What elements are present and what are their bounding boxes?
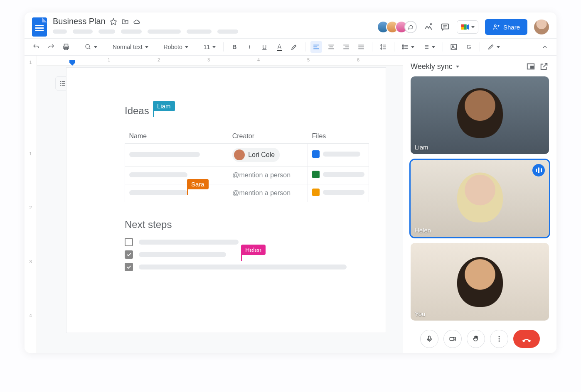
align-center-button[interactable] (325, 41, 337, 53)
table-row[interactable]: @mention a person (125, 167, 369, 184)
tile-name: Helen (415, 227, 431, 234)
col-creator: Creator (228, 129, 308, 144)
doc-title[interactable]: Business Plan (53, 17, 106, 26)
zoom-select[interactable] (82, 41, 100, 53)
svg-point-19 (498, 336, 500, 337)
checkbox-unchecked[interactable] (125, 238, 133, 246)
redo-button[interactable] (45, 41, 57, 53)
font-select[interactable]: Roboto (161, 41, 191, 53)
chat-avatar-icon[interactable] (404, 21, 417, 33)
star-icon[interactable] (110, 18, 117, 25)
video-tile[interactable]: You (411, 243, 549, 321)
svg-rect-18 (450, 337, 454, 341)
svg-rect-1 (461, 24, 464, 27)
print-button[interactable] (60, 41, 72, 53)
line-spacing-button[interactable] (377, 41, 389, 53)
file-chip-slide[interactable] (312, 189, 364, 196)
meet-header: Weekly sync (411, 61, 549, 71)
align-justify-button[interactable] (355, 41, 367, 53)
move-folder-icon[interactable] (121, 18, 129, 25)
menu-item[interactable] (187, 29, 212, 34)
ideas-table[interactable]: Name Creator Files Lori Cole @mention a … (125, 129, 369, 202)
account-avatar[interactable] (534, 20, 549, 34)
menu-item[interactable] (53, 29, 67, 34)
document-area: 1 2 3 4 5 6 Liam Sara Helen Ideas Name C… (37, 56, 403, 353)
menu-item[interactable] (217, 29, 238, 34)
person-chip[interactable]: Lori Cole (232, 148, 280, 162)
svg-marker-4 (467, 24, 469, 30)
speaking-indicator-icon (532, 164, 545, 176)
menu-item[interactable] (148, 29, 181, 34)
collaborator-cursor-helen: Helen (241, 245, 266, 255)
align-right-button[interactable] (340, 41, 352, 53)
file-chip-sheet[interactable] (312, 171, 364, 178)
highlight-button[interactable] (288, 41, 300, 53)
video-tile[interactable]: Liam (411, 76, 549, 154)
picture-in-picture-icon[interactable] (526, 61, 536, 71)
editing-mode-button[interactable] (485, 41, 502, 53)
docs-app-icon[interactable] (32, 17, 47, 37)
menu-item[interactable] (73, 29, 93, 34)
raise-hand-button[interactable] (467, 330, 485, 348)
collaborator-avatars[interactable] (377, 21, 417, 33)
bold-button[interactable]: B (229, 41, 240, 53)
menu-item[interactable] (98, 29, 115, 34)
title-area: Business Plan (53, 17, 238, 34)
insert-link-button[interactable]: G (463, 41, 475, 53)
collaborator-cursor-liam: Liam (153, 101, 175, 111)
meet-controls (411, 326, 549, 348)
style-select[interactable]: Normal text (110, 41, 151, 53)
mention-placeholder[interactable]: @mention a person (232, 189, 290, 196)
menu-item[interactable] (121, 29, 142, 34)
italic-button[interactable]: I (244, 41, 255, 53)
svg-rect-16 (531, 66, 533, 69)
comments-icon[interactable] (440, 22, 450, 32)
horizontal-ruler: 1 2 3 4 5 6 (37, 56, 403, 66)
menu-bar[interactable] (53, 29, 238, 34)
person-illustration (457, 257, 503, 307)
table-row[interactable]: @mention a person (125, 184, 369, 202)
mic-button[interactable] (420, 330, 438, 348)
checkbox-checked[interactable] (125, 263, 133, 271)
bulleted-list-button[interactable] (399, 41, 417, 53)
numbered-list-button[interactable] (420, 41, 438, 53)
text-color-button[interactable]: A (273, 41, 285, 53)
mention-placeholder[interactable]: @mention a person (232, 172, 290, 179)
svg-rect-2 (461, 27, 464, 29)
meet-icon (460, 22, 470, 32)
share-button[interactable]: Share (485, 19, 527, 35)
body: 1 1 2 3 4 1 2 3 4 5 6 Liam Sara Helen (25, 56, 556, 353)
undo-button[interactable] (30, 41, 42, 53)
heading-next-steps[interactable]: Next steps (125, 219, 369, 230)
meet-button[interactable] (457, 20, 478, 34)
checkbox-checked[interactable] (125, 250, 133, 259)
svg-point-21 (498, 341, 500, 342)
cloud-status-icon[interactable] (133, 18, 140, 25)
end-call-button[interactable] (513, 330, 540, 348)
open-external-icon[interactable] (539, 61, 549, 71)
underline-button[interactable]: U (258, 41, 270, 53)
more-options-button[interactable] (490, 330, 508, 348)
collaborator-cursor-sara: Sara (187, 179, 209, 189)
table-row[interactable]: Lori Cole (125, 144, 369, 167)
document-page[interactable]: Liam Sara Helen Ideas Name Creator Files… (66, 67, 386, 333)
vertical-ruler: 1 1 2 3 4 (25, 56, 37, 353)
svg-rect-17 (428, 336, 430, 340)
header-right: Share (377, 17, 549, 35)
app-window: Business Plan (25, 12, 556, 353)
file-chip-doc[interactable] (312, 150, 360, 158)
chevron-down-icon (471, 26, 475, 28)
font-size-select[interactable]: 11 (201, 41, 219, 53)
indent-marker[interactable] (69, 60, 75, 66)
align-left-button[interactable] (310, 41, 322, 53)
collapse-toolbar-button[interactable] (539, 41, 551, 53)
meet-title[interactable]: Weekly sync (411, 62, 453, 71)
camera-button[interactable] (443, 330, 462, 348)
meet-panel: Weekly sync Liam Helen You (403, 56, 556, 353)
insert-image-button[interactable] (448, 41, 460, 53)
video-tile[interactable]: Helen (411, 160, 549, 238)
activity-icon[interactable] (423, 22, 433, 32)
chevron-down-icon[interactable] (456, 66, 459, 68)
checklist-item[interactable] (125, 263, 369, 271)
tile-name: You (415, 310, 425, 317)
